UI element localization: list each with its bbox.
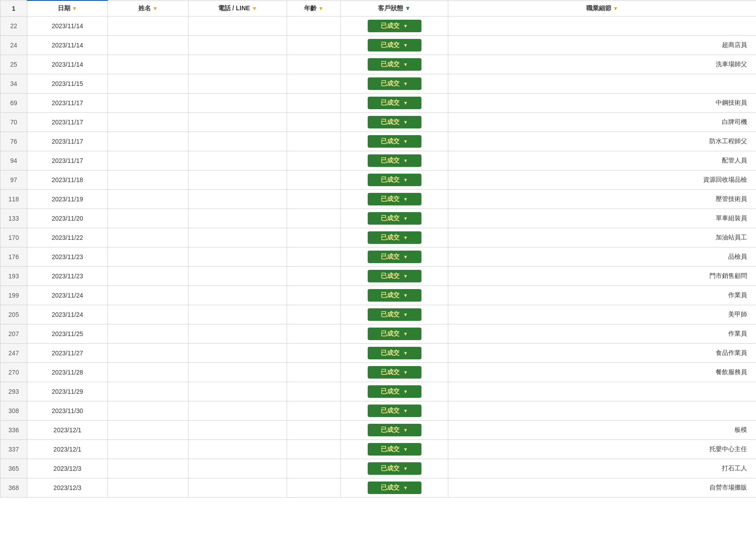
cell-status[interactable]: 已成交▼ [341,401,448,421]
cell-name [108,421,189,440]
cell-status[interactable]: 已成交▼ [341,478,448,498]
cell-status[interactable]: 已成交▼ [341,55,448,74]
cell-job: 作業員 [448,324,756,344]
status-dropdown-arrow[interactable]: ▼ [403,273,408,279]
status-dropdown-arrow[interactable]: ▼ [403,427,408,433]
status-badge[interactable]: 已成交▼ [368,174,421,186]
cell-status[interactable]: 已成交▼ [341,344,448,363]
cell-status[interactable]: 已成交▼ [341,74,448,94]
cell-status[interactable]: 已成交▼ [341,247,448,267]
cell-status[interactable]: 已成交▼ [341,363,448,382]
status-badge[interactable]: 已成交▼ [368,385,421,398]
status-dropdown-arrow[interactable]: ▼ [403,466,408,471]
cell-status[interactable]: 已成交▼ [341,324,448,344]
cell-status[interactable]: 已成交▼ [341,36,448,55]
job-filter-icon[interactable]: ▼ [613,5,619,12]
status-dropdown-arrow[interactable]: ▼ [403,312,408,317]
cell-phone [189,421,287,440]
status-dropdown-arrow[interactable]: ▼ [403,158,408,163]
status-badge[interactable]: 已成交▼ [368,77,421,90]
cell-status[interactable]: 已成交▼ [341,190,448,209]
cell-status[interactable]: 已成交▼ [341,17,448,36]
cell-age [287,170,341,190]
status-badge[interactable]: 已成交▼ [368,97,421,109]
cell-status[interactable]: 已成交▼ [341,440,448,459]
cell-status[interactable]: 已成交▼ [341,228,448,247]
status-badge[interactable]: 已成交▼ [368,212,421,225]
status-badge[interactable]: 已成交▼ [368,193,421,205]
status-dropdown-arrow[interactable]: ▼ [403,100,408,106]
status-badge[interactable]: 已成交▼ [368,39,421,51]
header-phone[interactable]: 電話 / LINE ▼ [189,0,287,17]
status-dropdown-arrow[interactable]: ▼ [403,350,408,356]
status-dropdown-arrow[interactable]: ▼ [403,43,408,48]
status-dropdown-arrow[interactable]: ▼ [403,177,408,183]
status-dropdown-arrow[interactable]: ▼ [403,23,408,29]
header-job[interactable]: 職業細節 ▼ [448,0,756,17]
cell-age [287,17,341,36]
age-filter-icon[interactable]: ▼ [318,5,324,12]
status-badge[interactable]: 已成交▼ [368,231,421,244]
status-dropdown-arrow[interactable]: ▼ [403,235,408,240]
status-dropdown-arrow[interactable]: ▼ [403,139,408,144]
status-dropdown-arrow[interactable]: ▼ [403,370,408,375]
status-dropdown-arrow[interactable]: ▼ [403,81,408,86]
name-filter-icon[interactable]: ▼ [153,5,158,12]
status-filter-icon[interactable]: ▼ [405,5,411,12]
status-badge[interactable]: 已成交▼ [368,424,421,436]
status-badge[interactable]: 已成交▼ [368,289,421,302]
header-date[interactable]: 日期 ▼ [27,0,108,17]
status-dropdown-arrow[interactable]: ▼ [403,254,408,260]
status-badge[interactable]: 已成交▼ [368,270,421,282]
cell-status[interactable]: 已成交▼ [341,421,448,440]
status-dropdown-arrow[interactable]: ▼ [403,293,408,298]
phone-filter-icon[interactable]: ▼ [252,5,257,12]
status-badge[interactable]: 已成交▼ [368,347,421,359]
cell-status[interactable]: 已成交▼ [341,209,448,228]
cell-status[interactable]: 已成交▼ [341,94,448,113]
cell-date: 2023/11/22 [27,228,108,247]
header-status[interactable]: 客戶狀態 ▼ [341,0,448,17]
cell-status[interactable]: 已成交▼ [341,305,448,324]
status-dropdown-arrow[interactable]: ▼ [403,216,408,221]
status-dropdown-arrow[interactable]: ▼ [403,62,408,67]
header-age[interactable]: 年齡 ▼ [287,0,341,17]
cell-date: 2023/11/27 [27,344,108,363]
status-dropdown-arrow[interactable]: ▼ [403,408,408,413]
status-badge[interactable]: 已成交▼ [368,462,421,475]
cell-status[interactable]: 已成交▼ [341,459,448,478]
status-badge[interactable]: 已成交▼ [368,251,421,263]
cell-status[interactable]: 已成交▼ [341,382,448,401]
status-dropdown-arrow[interactable]: ▼ [403,196,408,202]
cell-status[interactable]: 已成交▼ [341,151,448,170]
status-badge[interactable]: 已成交▼ [368,116,421,128]
table-row: 252023/11/14已成交▼洗車場師父 [0,55,756,74]
cell-status[interactable]: 已成交▼ [341,267,448,286]
status-badge[interactable]: 已成交▼ [368,58,421,71]
status-dropdown-arrow[interactable]: ▼ [403,389,408,394]
cell-status[interactable]: 已成交▼ [341,132,448,151]
status-badge[interactable]: 已成交▼ [368,482,421,494]
cell-status[interactable]: 已成交▼ [341,170,448,190]
status-dropdown-arrow[interactable]: ▼ [403,447,408,452]
status-dropdown-arrow[interactable]: ▼ [403,331,408,337]
status-dropdown-arrow[interactable]: ▼ [403,119,408,125]
cell-status[interactable]: 已成交▼ [341,286,448,305]
table-row: 242023/11/14已成交▼超商店員 [0,36,756,55]
status-dropdown-arrow[interactable]: ▼ [403,485,408,490]
status-badge[interactable]: 已成交▼ [368,328,421,340]
status-badge[interactable]: 已成交▼ [368,443,421,456]
cell-name [108,55,189,74]
status-badge[interactable]: 已成交▼ [368,366,421,379]
cell-status[interactable]: 已成交▼ [341,113,448,132]
data-table: 1 日期 ▼ 姓名 ▼ 電話 / LINE [0,0,756,498]
status-badge[interactable]: 已成交▼ [368,135,421,148]
table-row: 692023/11/17已成交▼中鋼技術員 [0,94,756,113]
date-filter-icon[interactable]: ▼ [72,5,77,12]
status-badge[interactable]: 已成交▼ [368,20,421,32]
table-row: 3082023/11/30已成交▼ [0,401,756,421]
status-badge[interactable]: 已成交▼ [368,405,421,417]
status-badge[interactable]: 已成交▼ [368,308,421,321]
header-name[interactable]: 姓名 ▼ [108,0,189,17]
status-badge[interactable]: 已成交▼ [368,154,421,167]
